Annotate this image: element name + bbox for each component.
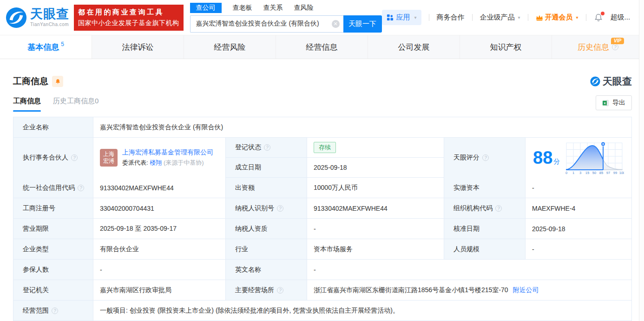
svg-text:97: 97 — [606, 171, 610, 175]
divider — [586, 14, 586, 21]
subtab-row: 工商信息 历史工商信息0 x 导出 — [0, 88, 644, 113]
scrollbar[interactable] — [639, 0, 644, 321]
paid-capital-label: 实缴资本 — [444, 178, 526, 198]
orgcode-label: 组织机构代码 — [444, 198, 526, 218]
export-label: 导出 — [612, 99, 625, 107]
company-type-value: 有限合伙企业 — [93, 239, 226, 259]
score-unit: 分 — [553, 158, 560, 165]
logo-domain: TianYanCha.com — [30, 22, 69, 27]
taxid-value: 91330402MAEXFWHE44 — [307, 198, 444, 218]
english-name-value: - — [307, 260, 631, 280]
excel-icon: x — [602, 100, 609, 107]
search-tab-company[interactable]: 查公司 — [190, 3, 222, 13]
logo-title: 天眼查 — [30, 8, 69, 20]
help-icon[interactable] — [277, 205, 283, 212]
table-row: 企业类型 有限合伙企业 行业 资本市场服务 人员规模 - — [13, 239, 631, 260]
staff-size-value: - — [526, 239, 631, 259]
nearby-companies-link[interactable]: 附近公司 — [513, 286, 539, 294]
rep-source: (来源于中基协) — [164, 159, 204, 166]
score-label: 天眼评分 — [444, 138, 526, 178]
approve-date-value: 2025-09-18 — [526, 219, 631, 239]
table-row: 经营范围 一般项目: 创业投资 (限投资未上市企业) (除依法须经批准的项目外,… — [13, 301, 631, 321]
term-value: 2025-09-18 至 2035-09-17 — [93, 219, 226, 239]
watermark-text: 天眼查 — [603, 75, 632, 88]
regno-label: 工商注册号 — [13, 198, 93, 218]
nav-open-vip[interactable]: 开通会员 — [536, 13, 578, 22]
tab-history-info[interactable]: 历史信息 VIP — [552, 35, 644, 59]
partner-label: 执行事务合伙人 — [13, 138, 93, 178]
help-icon[interactable] — [52, 308, 58, 314]
address-value: 浙江省嘉兴市南湖区东栅街道南江路1856号基金小镇1号楼215室-70 — [314, 286, 508, 294]
table-row: 营业期限 2025-09-18 至 2035-09-17 纳税人资质 - 核准日… — [13, 219, 631, 239]
help-icon[interactable] — [482, 154, 489, 161]
svg-text:15: 15 — [585, 171, 589, 175]
svg-text:99: 99 — [613, 171, 617, 175]
top-nav: 应用 商务合作 企业级产品 开通会员 超级... — [382, 10, 644, 25]
uscc-value: 91330402MAEXFWHE44 — [93, 178, 226, 198]
search-input[interactable] — [190, 15, 343, 33]
nav-super-vip[interactable]: 超级... — [611, 13, 631, 22]
capital-label: 出资额 — [226, 178, 307, 198]
help-icon[interactable] — [264, 144, 270, 151]
help-icon[interactable] — [495, 205, 502, 212]
approve-date-label: 核准日期 — [444, 219, 526, 239]
help-icon[interactable] — [277, 287, 283, 294]
tab-legal-proceedings[interactable]: 法律诉讼 — [92, 35, 184, 59]
tab-basic-info[interactable]: 基本信息 5 — [0, 35, 92, 59]
search-tab-risk[interactable]: 查风险 — [294, 3, 314, 13]
rep-name-link[interactable]: 楼翔 — [150, 159, 162, 166]
orgcode-value: MAEXFWHE-4 — [526, 198, 631, 218]
tab-operation-risk[interactable]: 经营风险 — [184, 35, 276, 59]
export-button[interactable]: x 导出 — [596, 95, 632, 110]
tab-company-development[interactable]: 公司发展 — [368, 35, 460, 59]
apps-menu[interactable]: 应用 — [382, 10, 421, 25]
partner-company-link[interactable]: 上海宏溥私募基金管理有限公司 — [122, 148, 213, 157]
search-tabs: 查公司 查老板 查关系 查风险 — [190, 3, 382, 13]
company-name-label: 企业名称 — [13, 117, 93, 137]
subtab-business-info[interactable]: 工商信息 — [13, 97, 41, 112]
industry-label: 行业 — [226, 239, 307, 259]
vip-label: 开通会员 — [545, 13, 573, 22]
svg-text:100: 100 — [619, 171, 624, 175]
tianyancha-logo[interactable]: 天眼查 TianYanCha.com — [6, 7, 69, 28]
monitor-bell-icon[interactable] — [52, 76, 63, 87]
company-name-value: 嘉兴宏溥智造创业投资合伙企业 (有限合伙) — [93, 117, 631, 137]
nav-enterprise-products[interactable]: 企业级产品 — [480, 13, 520, 22]
address-cell: 浙江省嘉兴市南湖区东栅街道南江路1856号基金小镇1号楼215室-70 附近公司 — [307, 280, 631, 300]
crown-icon — [536, 14, 543, 21]
score-value: 88 — [533, 148, 552, 167]
help-icon[interactable] — [71, 154, 78, 161]
tianyancha-swirl-icon — [6, 7, 27, 28]
divider — [472, 14, 473, 21]
tax-qualification-value: - — [307, 219, 444, 239]
score-cell: 88分 — [526, 138, 631, 178]
search-button[interactable]: 天眼一下 — [343, 15, 382, 33]
svg-text:50: 50 — [592, 171, 596, 175]
help-icon[interactable] — [78, 185, 84, 191]
tab-operation-info[interactable]: 经营信息 — [276, 35, 368, 59]
table-row: 企业名称 嘉兴宏溥智造创业投资合伙企业 (有限合伙) — [13, 117, 631, 138]
table-row: 参保人数 - 英文名称 - — [13, 260, 631, 280]
apps-grid-icon — [387, 14, 394, 21]
search-tab-relation[interactable]: 查关系 — [263, 3, 283, 13]
tax-qualification-label: 纳税人资质 — [226, 219, 307, 239]
slogan-line1: 都在用的商业查询工具 — [78, 8, 179, 17]
clear-icon[interactable]: ✕ — [332, 20, 340, 28]
address-label: 主要经营场所 — [226, 280, 307, 300]
notification-bell-icon[interactable] — [594, 13, 603, 22]
search-tab-boss[interactable]: 查老板 — [233, 3, 252, 13]
top-header: 天眼查 TianYanCha.com 都在用的商业查询工具 国家中小企业发展子基… — [0, 0, 644, 35]
staff-size-label: 人员规模 — [444, 239, 526, 259]
capital-value: 10000万人民币 — [307, 178, 444, 198]
svg-text:85: 85 — [599, 171, 603, 175]
company-type-label: 企业类型 — [13, 239, 93, 259]
english-name-label: 英文名称 — [226, 260, 307, 280]
score-distribution-chart: 0 1 3 15 50 85 97 99 100 — [565, 140, 624, 175]
business-info-table: 企业名称 嘉兴宏溥智造创业投资合伙企业 (有限合伙) 执行事务合伙人 上海 宏溥… — [13, 117, 632, 321]
insured-value: - — [93, 260, 226, 280]
industry-value: 资本市场服务 — [307, 239, 444, 259]
subtab-history-business-info[interactable]: 历史工商信息0 — [53, 97, 99, 112]
help-icon[interactable] — [612, 44, 618, 50]
nav-business-cooperation[interactable]: 商务合作 — [437, 13, 465, 22]
tab-intellectual-property[interactable]: 知识产权 — [460, 35, 552, 59]
